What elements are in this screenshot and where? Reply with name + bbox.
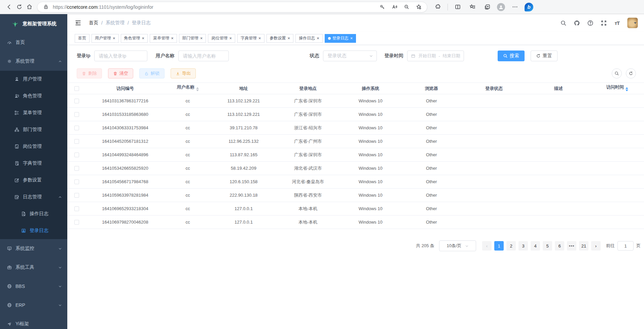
row-checkbox[interactable] — [74, 206, 79, 211]
tab-user-management[interactable]: 用户管理× — [92, 34, 119, 43]
page-button-2[interactable]: 2 — [506, 241, 516, 251]
sidebar-item-system-monitor[interactable]: 系统监控 — [0, 239, 67, 258]
reset-button[interactable]: 重置 — [531, 51, 558, 61]
github-icon[interactable] — [573, 20, 580, 26]
sidebar-item-post-management[interactable]: 岗位管理 — [0, 138, 67, 155]
col-visit-time[interactable]: 访问时间 — [591, 83, 644, 94]
profile-icon[interactable] — [497, 3, 505, 11]
sidebar-item-dept-management[interactable]: 部门管理 — [0, 121, 67, 138]
row-checkbox[interactable] — [74, 166, 79, 171]
status-select[interactable]: 登录状态 — [323, 51, 377, 61]
user-name-input[interactable] — [178, 51, 229, 61]
page-button-5[interactable]: 5 — [543, 241, 552, 251]
refresh-icon[interactable] — [14, 2, 24, 12]
row-checkbox[interactable] — [74, 139, 79, 144]
tab-close-icon[interactable]: × — [350, 36, 353, 40]
sidebar-fold-icon[interactable] — [75, 19, 82, 27]
tab-close-icon[interactable]: × — [113, 36, 115, 40]
page-button-6[interactable]: 6 — [555, 241, 564, 251]
row-checkbox[interactable] — [74, 126, 79, 130]
tab-role-management[interactable]: 角色管理× — [121, 34, 148, 43]
breadcrumb-system[interactable]: 系统管理 — [106, 20, 124, 26]
search-icon[interactable] — [560, 20, 567, 26]
sidebar-item-login-log[interactable]: 登录日志 — [0, 222, 67, 239]
tab-close-icon[interactable]: × — [171, 36, 174, 40]
tab-post-management[interactable]: 岗位管理× — [208, 34, 235, 43]
tab-dict-management[interactable]: 字典管理× — [237, 34, 264, 43]
sidebar-item-user-management[interactable]: 用户管理 — [0, 71, 67, 88]
date-range-picker[interactable]: 开始日期 - 结束日期 — [407, 51, 464, 61]
tab-close-icon[interactable]: × — [258, 36, 261, 40]
home-icon[interactable] — [24, 2, 34, 12]
address-bar[interactable]: https://ccnetcore.com:1101/system/log/lo… — [37, 2, 427, 12]
page-button-1[interactable]: 1 — [494, 241, 504, 251]
row-checkbox[interactable] — [74, 112, 79, 117]
sidebar-item-system-tools[interactable]: 系统工具 — [0, 258, 67, 277]
sidebar-item-menu-management[interactable]: 菜单管理 — [0, 104, 67, 121]
col-user-name[interactable]: 用户名称 — [164, 83, 212, 94]
more-options-icon[interactable] — [510, 2, 520, 12]
read-aloud-icon[interactable] — [390, 3, 399, 11]
page-button-4[interactable]: 4 — [531, 241, 540, 251]
page-button-3[interactable]: 3 — [518, 241, 528, 251]
delete-button[interactable]: 删除 — [77, 68, 102, 78]
tab-close-icon[interactable]: × — [229, 36, 232, 40]
sort-caret-icon[interactable] — [625, 86, 628, 93]
sidebar-item-role-management[interactable]: 角色管理 — [0, 88, 67, 104]
tab-home[interactable]: 首页 — [75, 34, 90, 43]
font-size-icon[interactable]: тT — [614, 20, 620, 26]
zoom-icon[interactable] — [402, 3, 411, 11]
tab-close-icon[interactable]: × — [288, 36, 290, 40]
sidebar-item-log-management[interactable]: 日志管理 — [0, 189, 67, 205]
goto-page-input[interactable] — [617, 241, 634, 251]
page-size-select[interactable]: 10条/页 — [439, 240, 476, 251]
next-page-button[interactable]: › — [591, 241, 601, 251]
url-text[interactable]: https://ccnetcore.com:1101/system/log/lo… — [53, 4, 378, 10]
unlock-button[interactable]: 解锁 — [139, 68, 165, 78]
sidebar-item-home[interactable]: 首页 — [0, 33, 67, 52]
refresh-table-button[interactable] — [626, 68, 636, 78]
toggle-search-button[interactable] — [612, 68, 622, 78]
row-checkbox[interactable] — [74, 179, 79, 184]
tab-close-icon[interactable]: × — [142, 36, 145, 40]
tab-close-icon[interactable]: × — [317, 36, 319, 40]
extensions-icon[interactable] — [433, 2, 443, 12]
add-favorite-icon[interactable] — [414, 3, 423, 11]
sidebar-item-operation-log[interactable]: 操作日志 — [0, 205, 67, 222]
export-button[interactable]: 导出 — [171, 68, 196, 78]
sidebar-item-dict-management[interactable]: 字典管理 — [0, 155, 67, 172]
page-button-21[interactable]: 21 — [579, 241, 588, 251]
key-icon[interactable] — [378, 3, 387, 11]
row-checkbox[interactable] — [74, 153, 79, 157]
collections-icon[interactable] — [482, 2, 492, 12]
tab-close-icon[interactable]: × — [200, 36, 203, 40]
sort-caret-icon[interactable] — [196, 86, 199, 93]
tab-menu-management[interactable]: 菜单管理× — [150, 34, 177, 43]
back-icon[interactable] — [4, 2, 14, 12]
more-pages-button[interactable]: ••• — [567, 241, 576, 251]
select-all-checkbox[interactable] — [74, 86, 79, 91]
sidebar-item-yi-framework[interactable]: Yi框架 — [0, 315, 67, 329]
login-ip-input[interactable] — [94, 51, 147, 61]
fullscreen-icon[interactable] — [600, 20, 607, 26]
search-button[interactable]: 搜索 — [498, 51, 525, 61]
copilot-icon[interactable]: b — [525, 3, 533, 11]
breadcrumb-home[interactable]: 首页 — [89, 20, 98, 26]
split-screen-icon[interactable] — [453, 2, 463, 12]
row-checkbox[interactable] — [74, 99, 79, 103]
lock-icon[interactable] — [41, 3, 50, 11]
help-icon[interactable] — [587, 20, 594, 26]
tab-login-log[interactable]: 登录日志× — [325, 34, 356, 43]
row-checkbox[interactable] — [74, 193, 79, 198]
sidebar-item-erp[interactable]: ERP — [0, 296, 67, 315]
sidebar-item-param-settings[interactable]: 参数设置 — [0, 172, 67, 189]
row-checkbox[interactable] — [74, 220, 79, 225]
prev-page-button[interactable]: ‹ — [482, 241, 492, 251]
col-select[interactable] — [67, 83, 86, 94]
tab-operation-log[interactable]: 操作日志× — [295, 34, 323, 43]
clear-button[interactable]: 清空 — [108, 68, 133, 78]
tab-param-settings[interactable]: 参数设置× — [266, 34, 294, 43]
tab-dept-management[interactable]: 部门管理× — [179, 34, 206, 43]
favorites-bar-icon[interactable] — [467, 2, 477, 12]
sidebar-item-system-management[interactable]: 系统管理 — [0, 52, 67, 71]
